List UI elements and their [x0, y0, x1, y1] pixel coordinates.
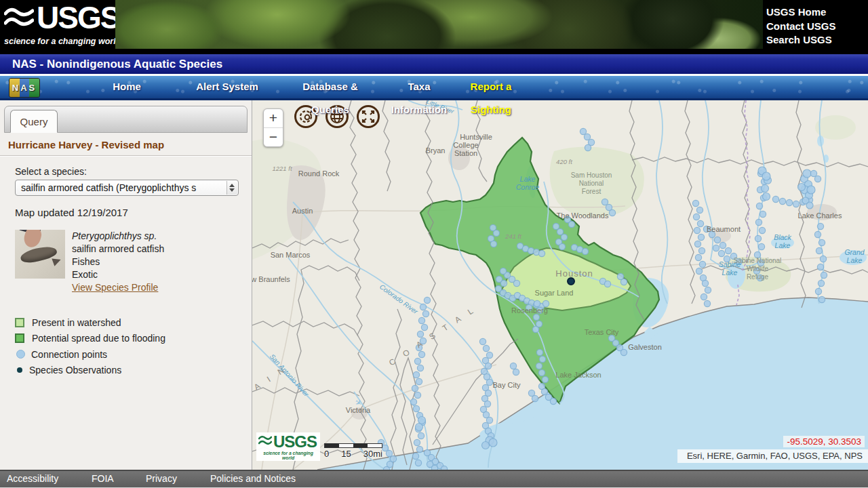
tab-query[interactable]: Query — [10, 110, 58, 133]
svg-text:Forest: Forest — [582, 188, 601, 195]
header-nature-photo — [115, 0, 763, 49]
svg-text:College: College — [453, 141, 478, 149]
species-select-label: Select a species: — [15, 166, 252, 177]
svg-text:Round Rock: Round Rock — [298, 169, 340, 178]
svg-text:Rosenberg: Rosenberg — [511, 306, 548, 314]
zoom-control: + − — [263, 108, 283, 147]
svg-text:C O A S T A L: C O A S T A L — [387, 304, 478, 368]
view-species-profile-link[interactable]: View Species Profile — [72, 282, 158, 293]
usgs-logo-text: USGS — [37, 1, 119, 34]
nav-item-home[interactable]: Home — [113, 81, 141, 115]
svg-text:Sabine National: Sabine National — [734, 257, 782, 264]
map-legend: Present in watershed Potential spread du… — [15, 314, 252, 378]
species-photo — [15, 230, 65, 279]
species-observation-point[interactable] — [568, 278, 574, 285]
zoom-out-button[interactable]: − — [264, 128, 283, 146]
page-footer: Accessibility FOIA Privacy Policies and … — [0, 470, 868, 487]
usgs-header-banner: USGS science for a changing world USGS H… — [0, 0, 868, 54]
usgs-nas-page: USGS science for a changing world USGS H… — [0, 0, 868, 488]
full-extent-button[interactable] — [357, 105, 380, 128]
panel-heading: Hurricane Harvey - Revised map — [8, 139, 252, 150]
usgs-logo[interactable]: USGS science for a changing world — [4, 1, 116, 53]
svg-text:1221 ft: 1221 ft — [272, 165, 292, 172]
scale-bar-graphic — [324, 443, 382, 448]
connection-dot-swatch — [16, 350, 25, 359]
legend-item-observations: Species Observations — [15, 363, 252, 379]
svg-text:Galveston: Galveston — [628, 343, 662, 351]
nas-logo-text: NAS — [9, 83, 39, 93]
legend-item-present: Present in watershed — [15, 314, 252, 331]
svg-text:Wildlife: Wildlife — [747, 265, 769, 272]
nav-item-database-queries[interactable]: Database &Queries — [302, 81, 358, 115]
species-scientific-name: Pterygoplichthys sp. — [72, 230, 164, 243]
cursor-coordinates: -95.5029, 30.3503 — [783, 436, 865, 447]
legend-item-spread: Potential spread due to flooding — [15, 331, 252, 347]
footer-policies[interactable]: Policies and Notices — [210, 473, 296, 484]
query-panel: Query Hurricane Harvey - Revised map Sel… — [0, 100, 252, 470]
select-stepper-icon — [226, 181, 237, 195]
nav-item-alert-system[interactable]: Alert System — [196, 81, 258, 115]
svg-text:Lake Jackson: Lake Jackson — [555, 371, 601, 379]
svg-text:San Marcos: San Marcos — [271, 251, 311, 259]
svg-text:Texas City: Texas City — [585, 328, 619, 336]
link-search-usgs[interactable]: Search USGS — [766, 33, 867, 47]
map-attribution: Esri, HERE, Garmin, FAO, USGS, EPA, NPS — [677, 449, 868, 463]
nav-item-taxa-information[interactable]: TaxaInformation — [391, 81, 448, 115]
svg-text:Grand: Grand — [844, 248, 865, 256]
nas-logo-icon[interactable]: NAS — [9, 78, 40, 98]
observation-dot-swatch — [17, 367, 22, 373]
svg-text:Beaumont: Beaumont — [707, 225, 741, 233]
species-select[interactable]: sailfin armored catfish (Pterygoplichthy… — [15, 180, 239, 196]
usgs-tagline: science for a changing world — [4, 37, 116, 46]
species-info: Pterygoplichthys sp. sailfin armored cat… — [72, 230, 164, 294]
svg-text:Sam Houston: Sam Houston — [571, 171, 612, 179]
footer-privacy[interactable]: Privacy — [146, 473, 177, 484]
svg-text:Station: Station — [454, 149, 477, 157]
map-updated-text: Map updated 12/19/2017 — [15, 207, 252, 218]
species-group: Fishes — [72, 256, 164, 268]
link-contact-usgs[interactable]: Contact USGS — [766, 20, 867, 34]
map-usgs-logo-text: USGS — [273, 433, 317, 451]
legend-item-connection: Connection points — [15, 346, 252, 363]
link-usgs-home[interactable]: USGS Home — [766, 5, 867, 20]
zoom-in-button[interactable]: + — [264, 109, 283, 128]
expand-arrows-icon — [359, 108, 377, 125]
map-container: Round Rock Austin San Marcos New Braunfe… — [252, 100, 868, 470]
usgs-waves-icon — [4, 5, 34, 35]
nav-item-report-a-sighting[interactable]: Report aSighting — [471, 81, 512, 115]
svg-text:Huntsville: Huntsville — [460, 133, 492, 141]
site-title: NAS - Nonindigenous Aquatic Species — [0, 54, 868, 71]
svg-text:Refuge: Refuge — [747, 273, 769, 281]
svg-text:Lake: Lake — [847, 256, 863, 264]
species-status: Exotic — [72, 268, 164, 281]
svg-text:Bay City: Bay City — [493, 381, 521, 389]
svg-text:Colorado River: Colorado River — [378, 283, 420, 315]
footer-accessibility[interactable]: Accessibility — [7, 473, 58, 484]
svg-text:Sugar Land: Sugar Land — [535, 289, 574, 297]
main-navbar: NAS Home Alert System Database &Queries … — [0, 76, 868, 100]
svg-text:Lake: Lake — [775, 241, 791, 249]
map-usgs-waves-icon — [258, 434, 272, 449]
svg-text:Lake: Lake — [722, 268, 738, 277]
present-swatch — [15, 318, 24, 327]
svg-text:Conroe: Conroe — [516, 183, 540, 191]
map-usgs-tagline: science for a changing world — [258, 451, 318, 460]
site-title-bar: NAS - Nonindigenous Aquatic Species — [0, 54, 868, 76]
svg-text:Lake Charles: Lake Charles — [798, 211, 842, 220]
svg-text:Black: Black — [774, 233, 791, 241]
species-common-name: sailfin armored catfish — [72, 243, 164, 256]
svg-text:Bryan: Bryan — [426, 146, 446, 155]
header-links: USGS Home Contact USGS Search USGS — [766, 5, 867, 47]
svg-text:Houston: Houston — [555, 268, 593, 279]
panel-divider — [0, 155, 252, 156]
scale-bar: 01530mi — [324, 443, 382, 459]
map-usgs-logo: USGS science for a changing world — [256, 432, 320, 461]
svg-text:Austin: Austin — [292, 207, 313, 215]
svg-text:National: National — [579, 180, 604, 187]
species-select-value: sailfin armored catfish (Pterygoplichthy… — [21, 182, 196, 193]
map-canvas[interactable]: Round Rock Austin San Marcos New Braunfe… — [252, 100, 868, 470]
footer-foia[interactable]: FOIA — [92, 473, 114, 484]
svg-text:241 ft: 241 ft — [505, 232, 521, 240]
spread-swatch — [15, 333, 24, 343]
svg-text:The Woodlands: The Woodlands — [557, 211, 609, 220]
